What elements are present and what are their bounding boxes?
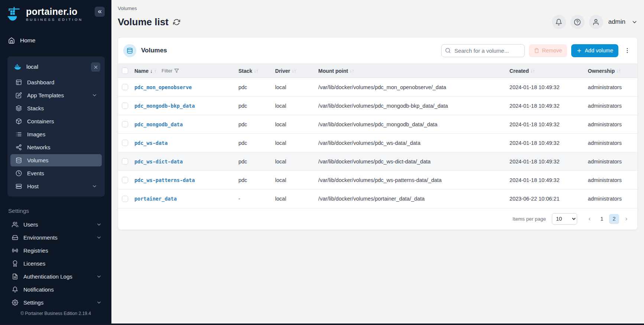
sidebar-item-stacks[interactable]: Stacks	[10, 102, 102, 114]
sidebar-item-settings[interactable]: Settings	[5, 296, 106, 309]
volume-name-link[interactable]: pdc_ws-patterns-data	[134, 177, 195, 183]
environment-close-button[interactable]	[91, 62, 100, 72]
items-per-page-select[interactable]: 10	[552, 213, 577, 225]
sort-icons: ↓↑	[349, 69, 354, 73]
username-label[interactable]: admin	[608, 18, 625, 26]
help-circle-icon	[574, 19, 581, 26]
add-volume-button[interactable]: Add volume	[571, 44, 618, 57]
user-menu-button[interactable]	[589, 15, 603, 29]
sidebar-item-networks[interactable]: Networks	[10, 141, 102, 153]
column-header-name[interactable]: Name ↓ ↑ Filter	[131, 64, 235, 78]
page-button-1[interactable]: 1	[597, 214, 607, 224]
settings-section-heading: Settings	[0, 196, 111, 218]
volume-name-link[interactable]: pdc_mongodb-bkp_data	[134, 103, 195, 109]
page-title: Volume list	[118, 16, 169, 28]
remove-button[interactable]: Remove	[529, 44, 567, 57]
sidebar-item-events[interactable]: Events	[10, 167, 102, 179]
chevron-down-icon[interactable]	[631, 19, 638, 25]
sidebar-item-host[interactable]: Host	[10, 180, 102, 192]
docker-whale-icon	[14, 63, 22, 71]
table-row: pdc_ws-dict-data pdc local /var/lib/dock…	[118, 152, 637, 171]
search-icon	[445, 48, 451, 53]
table-row: pdc_mongodb_data pdc local /var/lib/dock…	[118, 115, 637, 134]
created-cell: 2024-01-18 10:49:32	[506, 134, 584, 152]
volume-table-body: pdc_mon_openobserve pdc local /var/lib/d…	[118, 78, 637, 208]
environment-nav: Dashboard App Templates Stacks Container…	[9, 76, 103, 193]
help-button[interactable]	[570, 15, 585, 29]
driver-cell: local	[271, 78, 315, 97]
sidebar-item-authentication-logs[interactable]: Authentication Logs	[5, 270, 106, 283]
sidebar-item-label: Dashboard	[27, 79, 54, 85]
row-checkbox[interactable]	[122, 121, 128, 127]
sidebar-item-users[interactable]: Users	[5, 218, 106, 231]
ownership-cell: administrators	[584, 115, 637, 134]
column-header-ownership[interactable]: Ownership ↓↑	[584, 64, 637, 78]
sidebar-item-home[interactable]: Home	[0, 33, 111, 48]
sidebar-footer-version: © Portainer Business Edition 2.19.4	[0, 311, 111, 325]
table-row: pdc_mon_openobserve pdc local /var/lib/d…	[118, 78, 637, 97]
sidebar-item-containers[interactable]: Containers	[10, 115, 102, 127]
filter-control[interactable]: Filter	[162, 68, 179, 74]
sidebar-item-images[interactable]: Images	[10, 128, 102, 140]
previous-page-button[interactable]: ‹	[585, 214, 595, 224]
breadcrumb[interactable]: Volumes	[118, 0, 137, 11]
sidebar-item-app-templates[interactable]: App Templates	[10, 89, 102, 101]
table-row: pdc_ws-data pdc local /var/lib/docker/vo…	[118, 134, 637, 152]
volume-name-link[interactable]: portainer_data	[134, 196, 177, 202]
table-row: pdc_ws-patterns-data pdc local /var/lib/…	[118, 171, 637, 189]
ownership-cell: administrators	[584, 78, 637, 97]
sidebar-item-label: Host	[27, 183, 39, 189]
page-button-2[interactable]: 2	[609, 214, 619, 224]
row-checkbox[interactable]	[122, 103, 128, 109]
row-checkbox[interactable]	[122, 84, 128, 90]
row-checkbox[interactable]	[122, 158, 128, 165]
sidebar-item-licenses[interactable]: Licenses	[5, 257, 106, 270]
environment-header[interactable]: local	[9, 59, 103, 76]
driver-cell: local	[271, 134, 315, 152]
chevron-down-icon	[96, 222, 102, 227]
sidebar-item-volumes[interactable]: Volumes	[10, 154, 102, 166]
refresh-icon[interactable]	[173, 19, 180, 26]
sidebar-item-label: Licenses	[23, 260, 45, 267]
settings-nav: Users Environments Registries Licenses A…	[0, 218, 111, 309]
row-checkbox[interactable]	[122, 177, 128, 183]
column-header-stack[interactable]: Stack ↓↑	[235, 64, 271, 78]
sidebar-item-label: Events	[27, 170, 44, 176]
volume-name-link[interactable]: pdc_mongodb_data	[134, 121, 183, 127]
user-icon	[592, 19, 599, 26]
notifications-bell-button[interactable]	[552, 15, 566, 29]
kebab-menu-icon[interactable]	[622, 45, 632, 56]
sidebar-item-registries[interactable]: Registries	[5, 244, 106, 257]
sidebar-item-environments[interactable]: Environments	[5, 231, 106, 244]
sidebar-item-label: Settings	[23, 299, 43, 306]
volume-name-link[interactable]: pdc_mon_openobserve	[134, 84, 192, 90]
volume-name-link[interactable]: pdc_ws-dict-data	[134, 159, 183, 165]
chevrons-left-icon	[97, 9, 103, 14]
stack-cell: pdc	[235, 134, 271, 152]
sidebar-item-label: Stacks	[27, 105, 44, 111]
sidebar-collapse-button[interactable]	[95, 7, 105, 17]
next-page-button[interactable]: ›	[621, 214, 631, 224]
environment-name: local	[26, 64, 38, 70]
column-header-mount-point[interactable]: Mount point ↓↑	[315, 64, 506, 78]
sidebar-item-dashboard[interactable]: Dashboard	[10, 76, 102, 88]
row-checkbox[interactable]	[122, 196, 128, 202]
app-templates-icon	[16, 92, 22, 98]
volume-search-input[interactable]	[441, 44, 525, 57]
plus-icon	[576, 48, 582, 53]
stack-cell: pdc	[235, 152, 271, 171]
driver-cell: local	[271, 97, 315, 115]
row-checkbox[interactable]	[122, 140, 128, 146]
created-cell: 2024-01-18 10:49:32	[506, 78, 584, 97]
sidebar-item-notifications[interactable]: Notifications	[5, 283, 106, 296]
sidebar-item-label: App Templates	[27, 92, 64, 98]
column-header-driver[interactable]: Driver ↓↑	[271, 64, 315, 78]
select-all-checkbox[interactable]	[122, 68, 128, 74]
table-row: portainer_data - local /var/lib/docker/v…	[118, 189, 637, 208]
volumes-icon	[16, 157, 22, 163]
volume-name-link[interactable]: pdc_ws-data	[134, 140, 167, 146]
column-header-created[interactable]: Created ↓↑	[506, 64, 584, 78]
trash-icon	[534, 48, 539, 53]
networks-icon	[16, 144, 22, 150]
created-cell: 2024-01-18 10:49:32	[506, 97, 584, 115]
